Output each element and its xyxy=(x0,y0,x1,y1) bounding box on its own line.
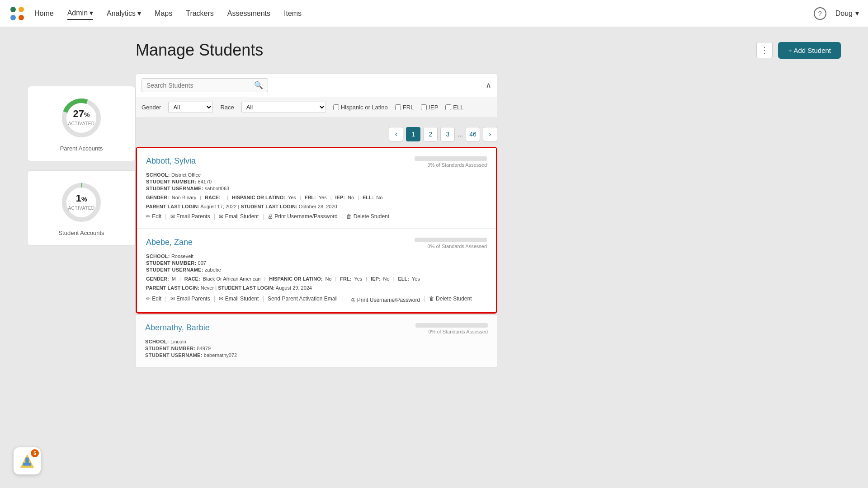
nav-right: ? Doug ▾ xyxy=(814,7,859,20)
delete-abebe-button[interactable]: 🗑 Delete Student xyxy=(429,296,472,302)
gender-filter-label: Gender xyxy=(142,104,161,111)
iep-label: IEP xyxy=(429,104,438,111)
standards-bar-abbott xyxy=(415,156,487,161)
nav-trackers[interactable]: Trackers xyxy=(186,8,214,19)
nav-items[interactable]: Items xyxy=(284,8,302,19)
ell-filter[interactable]: ELL xyxy=(445,104,463,111)
hispanic-filter[interactable]: Hispanic or Latino xyxy=(333,104,388,111)
svg-point-2 xyxy=(10,15,16,20)
student-card-abebe: Abebe, Zane 0% of Standards Assessed SCH… xyxy=(137,230,496,311)
student-accounts-label: Student Accounts xyxy=(58,230,104,236)
svg-point-3 xyxy=(19,15,24,20)
student-pct: 1% xyxy=(68,193,94,203)
page-3-button[interactable]: 3 xyxy=(440,127,455,141)
standards-pct-abebe: 0% of Standards Assessed xyxy=(428,244,487,249)
notification-widget[interactable]: 5 xyxy=(14,447,41,474)
standards-wrap-abebe: 0% of Standards Assessed xyxy=(415,238,487,249)
hispanic-checkbox[interactable] xyxy=(333,104,339,110)
prev-page-button[interactable]: ‹ xyxy=(389,127,403,141)
nav-maps[interactable]: Maps xyxy=(155,8,172,19)
user-arrow: ▾ xyxy=(855,9,859,18)
parent-sub: ACTIVATED xyxy=(68,121,94,126)
student-list: Abbott, Sylvia 0% of Standards Assessed … xyxy=(136,147,497,368)
send-activation-abebe-button[interactable]: Send Parent Activation Email xyxy=(268,296,338,302)
more-options-button[interactable]: ⋮ xyxy=(756,42,773,58)
logo[interactable] xyxy=(9,5,25,22)
parent-accounts-widget: 27% ACTIVATED Parent Accounts xyxy=(27,86,136,161)
svg-point-0 xyxy=(10,7,16,12)
login-abbott: PARENT LAST LOGIN: August 17, 2022 | STU… xyxy=(146,204,487,209)
frl-checkbox[interactable] xyxy=(395,104,401,110)
header-actions: ⋮ + Add Student xyxy=(756,42,841,59)
delete-abbott-button[interactable]: 🗑 Delete Student xyxy=(346,213,389,220)
info-school-abbott: SCHOOL: District Office xyxy=(146,172,487,178)
standards-bar-abernathy xyxy=(415,323,488,328)
nav-items: Home Admin ▾ Analytics ▾ Maps Trackers A… xyxy=(34,7,814,20)
student-name-abernathy[interactable]: Abernathy, Barbie xyxy=(145,323,210,333)
info-username-abebe: STUDENT USERNAME: zabebe xyxy=(146,267,487,272)
email-parents-abbott-button[interactable]: ✉ Email Parents xyxy=(170,213,210,220)
student-header-abernathy: Abernathy, Barbie 0% of Standards Assess… xyxy=(145,323,488,334)
info-number-abebe: STUDENT NUMBER: 007 xyxy=(146,260,487,266)
actions-abbott: ✏ Edit | ✉ Email Parents | ✉ Email Stude… xyxy=(146,213,487,220)
parent-pct: 27% xyxy=(68,109,94,119)
search-input[interactable] xyxy=(146,82,254,89)
nav-home[interactable]: Home xyxy=(34,8,54,19)
info-school-abebe: SCHOOL: Roosevelt xyxy=(146,253,487,259)
standards-wrap-abbott: 0% of Standards Assessed xyxy=(415,156,487,168)
student-name-abebe[interactable]: Abebe, Zane xyxy=(146,238,193,247)
student-sub: ACTIVATED xyxy=(68,206,94,211)
standards-bar-abebe xyxy=(415,238,487,242)
student-donut: 1% ACTIVATED xyxy=(59,180,104,225)
demog-abbott: GENDER: Non Binary | RACE: | HISPANIC OR… xyxy=(146,195,487,200)
svg-rect-10 xyxy=(23,463,31,466)
pagination: ‹ 1 2 3 ... 46 › xyxy=(136,127,497,141)
ell-label: ELL xyxy=(453,104,463,111)
page-2-button[interactable]: 2 xyxy=(423,127,438,141)
student-header-abebe: Abebe, Zane 0% of Standards Assessed xyxy=(146,238,487,249)
standards-pct-abbott: 0% of Standards Assessed xyxy=(428,162,487,168)
nav-admin[interactable]: Admin ▾ xyxy=(67,7,93,20)
ell-checkbox[interactable] xyxy=(445,104,451,110)
next-page-button[interactable]: › xyxy=(483,127,497,141)
nav-analytics[interactable]: Analytics ▾ xyxy=(107,7,141,19)
email-parents-abebe-button[interactable]: ✉ Email Parents xyxy=(170,296,210,302)
side-widgets: 27% ACTIVATED Parent Accounts 1% ACTIVAT… xyxy=(27,86,136,255)
search-input-wrap[interactable]: 🔍 xyxy=(142,78,268,92)
nav-assessments[interactable]: Assessments xyxy=(227,8,270,19)
parent-donut: 27% ACTIVATED xyxy=(59,95,104,141)
page-last-button[interactable]: 46 xyxy=(466,127,480,141)
search-row: 🔍 ∧ xyxy=(136,74,497,97)
demog-abebe: GENDER: M | RACE: Black Or African Ameri… xyxy=(146,276,487,282)
info-username-abbott: STUDENT USERNAME: sabbott063 xyxy=(146,186,487,191)
email-student-abebe-button[interactable]: ✉ Email Student xyxy=(219,296,259,302)
filter-row: Gender All Male Female Non Binary Race A… xyxy=(136,97,497,117)
frl-filter[interactable]: FRL xyxy=(395,104,414,111)
help-button[interactable]: ? xyxy=(814,7,826,20)
login-abebe: PARENT LAST LOGIN: Never | STUDENT LAST … xyxy=(146,285,487,291)
add-student-button[interactable]: + Add Student xyxy=(778,42,841,59)
email-student-abbott-button[interactable]: ✉ Email Student xyxy=(219,213,259,220)
iep-checkbox[interactable] xyxy=(421,104,427,110)
edit-abebe-button[interactable]: ✏ Edit xyxy=(146,296,161,302)
print-abbott-button[interactable]: 🖨 Print Username/Password xyxy=(268,213,338,220)
iep-filter[interactable]: IEP xyxy=(421,104,438,111)
user-menu[interactable]: Doug ▾ xyxy=(835,9,859,18)
info-school-abernathy: SCHOOL: Lincoln xyxy=(145,339,488,344)
edit-abbott-button[interactable]: ✏ Edit xyxy=(146,213,161,220)
parent-accounts-label: Parent Accounts xyxy=(60,145,103,152)
student-name-abbott[interactable]: Abbott, Sylvia xyxy=(146,156,196,166)
student-card-abbott: Abbott, Sylvia 0% of Standards Assessed … xyxy=(137,148,496,229)
race-select[interactable]: All White Black Or African American Asia… xyxy=(241,102,326,113)
gender-select[interactable]: All Male Female Non Binary xyxy=(168,102,213,113)
standards-pct-abernathy: 0% of Standards Assessed xyxy=(429,329,488,334)
user-name: Doug xyxy=(835,9,853,18)
print-abebe-button[interactable]: 🖨 Print Username/Password xyxy=(350,297,420,303)
page-title: Manage Students xyxy=(136,41,263,60)
search-icon: 🔍 xyxy=(254,81,263,89)
info-number-abernathy: STUDENT NUMBER: 84979 xyxy=(145,346,488,351)
student-card-abernathy: Abernathy, Barbie 0% of Standards Assess… xyxy=(136,314,497,368)
page-1-button[interactable]: 1 xyxy=(406,127,420,141)
collapse-button[interactable]: ∧ xyxy=(486,80,491,90)
student-header-abbott: Abbott, Sylvia 0% of Standards Assessed xyxy=(146,156,487,168)
